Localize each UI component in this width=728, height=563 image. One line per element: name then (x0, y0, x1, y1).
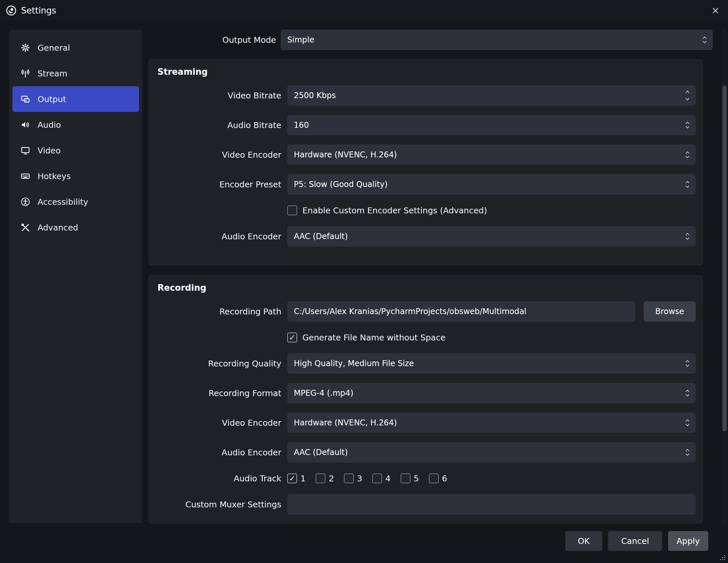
audio-track-5-checkbox[interactable]: ✓ (401, 473, 410, 483)
stream-video-encoder-row: Video Encoder Hardware (NVENC, H.264) (157, 145, 696, 165)
video-encoder-value: Hardware (NVENC, H.264) (294, 418, 684, 427)
cancel-button[interactable]: Cancel (608, 531, 662, 551)
sidebar-item-label: General (38, 43, 70, 53)
encoder-preset-label: Encoder Preset (157, 180, 281, 189)
sidebar-item-audio[interactable]: Audio (13, 112, 139, 138)
audio-bitrate-row: Audio Bitrate 160 (157, 115, 696, 135)
audio-track-4-checkbox[interactable]: ✓ (372, 473, 382, 483)
sidebar-item-label: Audio (38, 120, 61, 130)
sidebar-item-video[interactable]: Video (13, 138, 139, 163)
chevron-updown-icon (684, 121, 691, 130)
audio-track-3-label: 3 (357, 474, 362, 483)
recording-group: Recording Recording Path C:/Users/Alex K… (149, 275, 703, 523)
scrollbar-thumb[interactable] (722, 86, 727, 431)
stream-video-encoder-select[interactable]: Hardware (NVENC, H.264) (287, 145, 696, 165)
recording-quality-select[interactable]: High Quality, Medium File Size (287, 353, 696, 374)
rec-video-encoder-row: Video Encoder Hardware (NVENC, H.264) (157, 412, 696, 433)
generate-filename-checkbox[interactable]: ✓ (287, 332, 297, 342)
gear-icon (20, 42, 31, 53)
generate-filename-row: ✓ Generate File Name without Space (157, 331, 696, 344)
chevron-updown-icon (701, 35, 708, 44)
sidebar-item-label: Accessibility (38, 197, 88, 207)
audio-track-6-checkbox[interactable]: ✓ (429, 473, 439, 483)
audio-track-label: Audio Track (157, 474, 281, 483)
recording-format-row: Recording Format MPEG-4 (.mp4) (157, 383, 696, 403)
sidebar-item-label: Advanced (38, 223, 78, 233)
custom-muxer-input[interactable] (287, 494, 696, 515)
check-icon: ✓ (289, 334, 295, 341)
sidebar-item-accessibility[interactable]: Accessibility (13, 189, 139, 215)
audio-track-2-checkbox[interactable]: ✓ (316, 473, 325, 483)
sidebar-item-general[interactable]: General (13, 35, 139, 61)
sidebar-item-output[interactable]: Output (13, 86, 139, 112)
custom-muxer-row: Custom Muxer Settings (157, 494, 696, 515)
video-encoder-label: Video Encoder (157, 418, 281, 428)
video-encoder-value: Hardware (NVENC, H.264) (294, 150, 684, 159)
sidebar-item-stream[interactable]: Stream (13, 61, 139, 86)
audio-encoder-value: AAC (Default) (294, 232, 684, 241)
stream-audio-encoder-select[interactable]: AAC (Default) (287, 226, 696, 247)
ok-button[interactable]: OK (565, 531, 602, 551)
keyboard-icon (20, 171, 31, 182)
audio-track-1: ✓ 1 (287, 473, 306, 483)
audio-bitrate-value: 160 (294, 121, 684, 130)
recording-quality-row: Recording Quality High Quality, Medium F… (157, 353, 696, 374)
video-bitrate-spinbox[interactable]: 2500 Kbps (287, 85, 696, 106)
custom-muxer-label: Custom Muxer Settings (157, 500, 281, 509)
recording-title: Recording (157, 283, 702, 293)
audio-track-6: ✓ 6 (429, 473, 447, 483)
sidebar-item-hotkeys[interactable]: Hotkeys (13, 163, 139, 189)
titlebar: Settings (0, 0, 728, 21)
custom-encoder-checkbox-label: Enable Custom Encoder Settings (Advanced… (302, 206, 487, 215)
audio-track-row: Audio Track ✓ 1 ✓ 2 ✓ 3 (157, 472, 696, 485)
custom-encoder-settings-row: ✓ Enable Custom Encoder Settings (Advanc… (157, 204, 696, 217)
audio-bitrate-label: Audio Bitrate (157, 121, 281, 130)
vertical-scrollbar[interactable] (722, 30, 727, 523)
output-mode-select[interactable]: Simple (281, 30, 713, 50)
audio-encoder-label: Audio Encoder (157, 232, 281, 241)
tools-icon (20, 222, 31, 233)
audio-track-4: ✓ 4 (372, 473, 391, 483)
sidebar-item-label: Output (38, 95, 66, 104)
recording-path-value: C:/Users/Alex Kranias/PycharmProjects/ob… (294, 307, 630, 316)
close-icon (712, 7, 719, 14)
monitor-icon (20, 145, 31, 156)
output-mode-value: Simple (287, 35, 701, 44)
custom-encoder-checkbox[interactable]: ✓ (287, 206, 297, 215)
recording-path-input[interactable]: C:/Users/Alex Kranias/PycharmProjects/ob… (287, 301, 635, 322)
audio-track-2: ✓ 2 (316, 473, 334, 483)
sidebar-item-label: Stream (38, 69, 67, 78)
video-bitrate-value: 2500 Kbps (294, 91, 684, 100)
apply-button[interactable]: Apply (668, 531, 708, 551)
recording-quality-value: High Quality, Medium File Size (294, 359, 684, 368)
check-icon: ✓ (289, 475, 295, 482)
audio-bitrate-select[interactable]: 160 (287, 115, 696, 135)
stream-audio-encoder-row: Audio Encoder AAC (Default) (157, 226, 696, 247)
resize-grip[interactable] (719, 554, 726, 561)
video-bitrate-row: Video Bitrate 2500 Kbps (157, 85, 696, 106)
rec-audio-encoder-select[interactable]: AAC (Default) (287, 442, 696, 463)
speaker-icon (20, 119, 31, 130)
close-button[interactable] (708, 4, 723, 17)
video-encoder-label: Video Encoder (157, 150, 281, 160)
audio-track-5-label: 5 (414, 474, 419, 483)
spinner-arrows-icon[interactable] (684, 89, 691, 102)
rec-video-encoder-select[interactable]: Hardware (NVENC, H.264) (287, 412, 696, 433)
recording-format-value: MPEG-4 (.mp4) (294, 388, 684, 398)
encoder-preset-select[interactable]: P5: Slow (Good Quality) (287, 174, 696, 195)
audio-track-2-label: 2 (329, 474, 334, 483)
accessibility-icon (20, 196, 31, 208)
obs-logo-icon (6, 5, 17, 16)
sidebar-item-advanced[interactable]: Advanced (13, 215, 139, 240)
audio-encoder-label: Audio Encoder (157, 448, 281, 457)
output-mode-row: Output Mode Simple (149, 30, 713, 50)
audio-track-3-checkbox[interactable]: ✓ (344, 473, 354, 483)
audio-track-6-label: 6 (442, 474, 447, 483)
settings-sidebar: General Stream Output (9, 30, 142, 523)
recording-format-select[interactable]: MPEG-4 (.mp4) (287, 383, 696, 403)
dialog-footer: OK Cancel Apply (565, 531, 708, 551)
output-mode-label: Output Mode (149, 35, 276, 45)
generate-filename-label: Generate File Name without Space (302, 333, 445, 342)
audio-track-1-checkbox[interactable]: ✓ (287, 473, 297, 483)
browse-button[interactable]: Browse (644, 301, 696, 322)
